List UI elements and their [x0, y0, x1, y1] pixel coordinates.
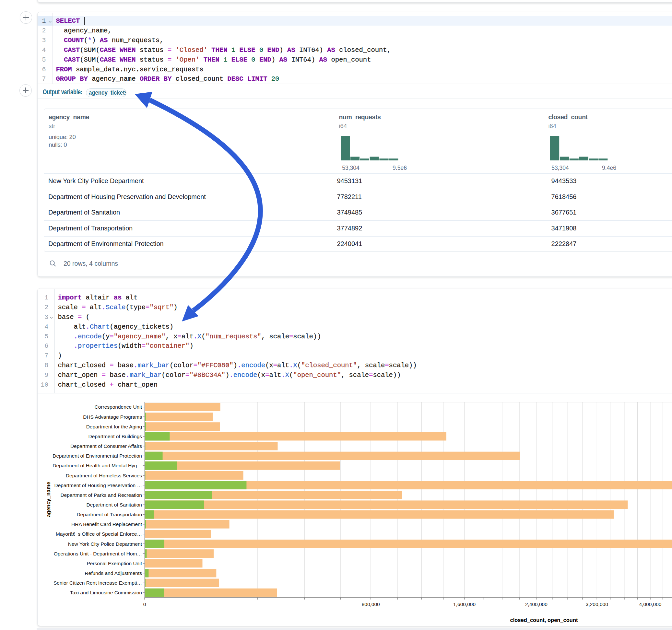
svg-text:2,400,000: 2,400,000	[525, 602, 548, 607]
svg-text:Department of Parks and Recrea: Department of Parks and Recreation	[60, 492, 142, 498]
svg-text:Operations Unit - Department o: Operations Unit - Department of Hom…	[54, 551, 142, 556]
svg-text:closed_count, open_count: closed_count, open_count	[510, 617, 578, 623]
svg-text:Department of Sanitation: Department of Sanitation	[87, 502, 142, 508]
svg-text:4,000,000: 4,000,000	[639, 602, 662, 607]
svg-text:Department for the Aging: Department for the Aging	[86, 424, 142, 429]
svg-text:Department of Transportation: Department of Transportation	[76, 512, 142, 517]
svg-text:Department of Environmental Pr: Department of Environmental Protection	[52, 453, 142, 459]
svg-text:New York City Police Departmen: New York City Police Department	[68, 541, 142, 547]
svg-text:800,000: 800,000	[362, 602, 380, 607]
svg-text:0: 0	[143, 602, 146, 607]
svg-text:Personal Exemption Unit: Personal Exemption Unit	[87, 561, 142, 566]
svg-text:Department of Buildings: Department of Buildings	[89, 434, 142, 439]
svg-text:Mayorâ€ s Office of Special En: Mayorâ€ s Office of Special Enforce…	[56, 531, 142, 537]
svg-text:3,200,000: 3,200,000	[586, 602, 608, 607]
svg-text:HRA Benefit Card Replacement: HRA Benefit Card Replacement	[71, 522, 142, 527]
svg-text:Refunds and Adjustments: Refunds and Adjustments	[85, 571, 142, 576]
svg-text:Department of Health and Menta: Department of Health and Mental Hyg…	[52, 463, 142, 468]
svg-text:1,600,000: 1,600,000	[453, 602, 476, 607]
svg-text:DHS Advantage Programs: DHS Advantage Programs	[83, 414, 142, 420]
svg-text:Department of Housing Preserva: Department of Housing Preservation …	[54, 483, 142, 488]
svg-text:Correspondence Unit: Correspondence Unit	[95, 404, 142, 410]
svg-text:Senior Citizen Rent Increase E: Senior Citizen Rent Increase Exempti…	[53, 580, 142, 586]
svg-text:Department of Consumer Affairs: Department of Consumer Affairs	[70, 443, 142, 449]
svg-text:Taxi and Limousine Commission: Taxi and Limousine Commission	[70, 590, 142, 595]
svg-text:Department of Homeless Service: Department of Homeless Services	[66, 473, 142, 478]
svg-text:agency_name: agency_name	[45, 482, 51, 517]
